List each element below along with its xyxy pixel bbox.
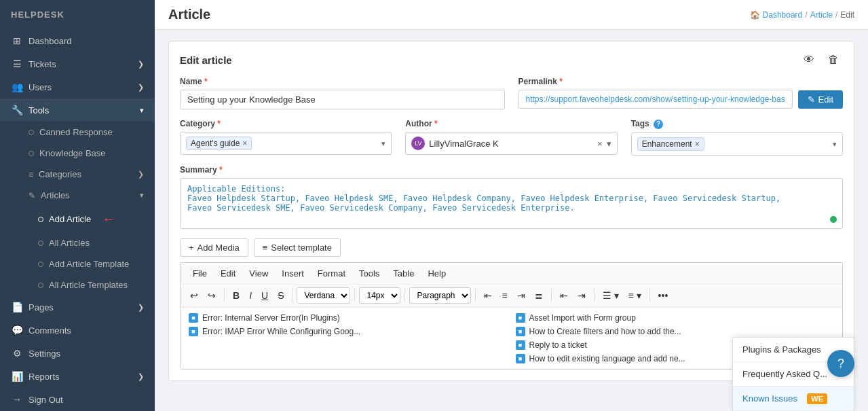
author-avatar: LV [411,137,425,150]
sidebar-item-pages[interactable]: 📄 Pages ❯ [0,296,155,319]
align-center-button[interactable]: ≡ [497,288,511,303]
select-template-button[interactable]: ≡ Select template [254,238,341,257]
align-left-button[interactable]: ⇤ [480,288,496,303]
bullet-icon [29,151,34,156]
bullet-icon [38,283,43,288]
strikethrough-button[interactable]: S [273,288,288,303]
chevron-down-icon: ▾ [833,140,837,149]
name-input[interactable] [180,90,505,109]
menu-help[interactable]: Help [421,263,453,284]
name-label: Name * [180,77,505,86]
menu-insert[interactable]: Insert [275,263,311,284]
sidebar: HELPDESK ⊞ Dashboard ☰ Tickets ❯ 👥 Users… [0,0,155,411]
sidebar-item-sign-out[interactable]: → Sign Out [0,388,155,411]
author-group: Author * LV LillyVimalGrace K × ▾ [405,119,617,156]
permalink-label: Permalink * [518,77,844,86]
ordered-list-button[interactable]: ≡ ▾ [624,288,645,303]
reports-icon: 📊 [11,371,23,382]
sidebar-item-add-article-template[interactable]: Add Article Template [0,253,155,274]
bold-button[interactable]: B [229,288,244,303]
align-right-button[interactable]: ⇥ [513,288,529,303]
add-media-button[interactable]: + Add Media [180,238,248,257]
sidebar-item-all-article-templates[interactable]: All Article Templates [0,274,155,296]
undo-button[interactable]: ↩ [186,288,202,303]
sidebar-item-add-article[interactable]: Add Article ← [0,206,155,232]
chevron-down-icon: ▾ [607,139,611,149]
remove-tag-icon[interactable]: × [695,139,700,149]
chevron-right-icon: ❯ [138,372,144,381]
menu-edit[interactable]: Edit [214,263,242,284]
chevron-right-icon: ❯ [138,83,144,92]
editor-formatting-bar: ↩ ↪ B I U S Verdana 14px [181,285,842,307]
comments-icon: 💬 [11,325,23,336]
breadcrumb-article[interactable]: Article [810,10,833,20]
bullet-icon [38,262,43,267]
bullet-icon [29,130,34,135]
card-title: Edit article [180,54,232,66]
font-size-select[interactable]: 14px [359,287,400,304]
breadcrumb-dashboard[interactable]: Dashboard [763,10,803,20]
list-icon: ■ [516,340,525,350]
list-item: ■ How to Create filters and how to add t… [516,327,835,336]
sidebar-item-label: Add Article [49,214,91,224]
sidebar-item-knowledge-base[interactable]: Knowledge Base [0,143,155,164]
underline-button[interactable]: U [257,288,272,303]
justify-button[interactable]: ≣ [531,288,547,303]
sidebar-item-articles[interactable]: ✎ Articles ▾ [0,185,155,206]
sidebar-item-label: Settings [29,349,60,359]
italic-button[interactable]: I [245,288,256,303]
summary-textarea[interactable]: Applicable Editions: Faveo Helpdesk Star… [181,179,842,226]
preview-button[interactable]: 👁 [799,52,818,67]
sidebar-item-users[interactable]: 👥 Users ❯ [0,75,155,99]
breadcrumb-edit: Edit [840,10,854,20]
list-icon: ■ [189,327,198,336]
sidebar-item-tickets[interactable]: ☰ Tickets ❯ [0,52,155,75]
clear-author-icon[interactable]: × [597,139,603,149]
unordered-list-button[interactable]: ☰ ▾ [599,288,623,303]
sidebar-item-settings[interactable]: ⚙ Settings [0,342,155,365]
help-fab-button[interactable]: ? [827,350,854,377]
menu-tools[interactable]: Tools [352,263,386,284]
font-family-select[interactable]: Verdana [297,287,350,304]
paragraph-select[interactable]: Paragraph [409,287,471,304]
redo-button[interactable]: ↪ [204,288,220,303]
sidebar-item-comments[interactable]: 💬 Comments [0,319,155,342]
sidebar-item-all-articles[interactable]: All Articles [0,232,155,253]
sidebar-item-categories[interactable]: ≡ Categories ❯ [0,164,155,185]
sidebar-item-label: Knowledge Base [39,148,106,158]
indent-button[interactable]: ⇥ [573,288,590,303]
settings-icon: ⚙ [11,348,23,359]
author-select[interactable]: LV LillyVimalGrace K × ▾ [405,132,617,155]
menu-table[interactable]: Table [386,263,421,284]
sidebar-item-canned-response[interactable]: Canned Response [0,122,155,143]
sidebar-item-reports[interactable]: 📊 Reports ❯ [0,365,155,388]
list-item: ■ Asset Import with Form group [516,313,835,323]
breadcrumb-sep1: / [805,10,807,20]
category-label: Category * [180,119,392,128]
panel-item-known-issues[interactable]: Known Issues [733,387,854,411]
permalink-input[interactable] [518,90,793,109]
sidebar-item-label: Tools [29,105,49,115]
menu-view[interactable]: View [242,263,275,284]
tag-item: Enhancement × [637,137,704,151]
permalink-edit-button[interactable]: ✎ Edit [798,90,843,109]
sidebar-item-label: Add Article Template [49,259,129,269]
we-badge: WE [807,393,827,404]
sidebar-item-label: Sign Out [29,395,63,405]
outdent-button[interactable]: ⇤ [556,288,572,303]
permalink-row: ✎ Edit [518,90,844,109]
sidebar-item-tools[interactable]: 🔧 Tools ▾ [0,99,155,122]
menu-format[interactable]: Format [311,263,352,284]
menu-file[interactable]: File [186,263,214,284]
category-group: Category * Agent's guide × ▾ [180,119,392,156]
delete-button[interactable]: 🗑 [824,52,843,67]
list-entry-text: Error: Internal Server Error(In Plugins) [202,313,340,323]
more-button[interactable]: ••• [654,288,673,303]
tags-select[interactable]: Enhancement × ▾ [631,132,843,156]
category-select[interactable]: Agent's guide × ▾ [180,132,392,155]
chevron-right-icon: ❯ [138,170,144,179]
summary-label: Summary * [180,165,843,175]
remove-category-tag[interactable]: × [242,139,247,148]
tags-help-icon[interactable]: ? [654,120,663,129]
sidebar-item-dashboard[interactable]: ⊞ Dashboard [0,29,155,52]
